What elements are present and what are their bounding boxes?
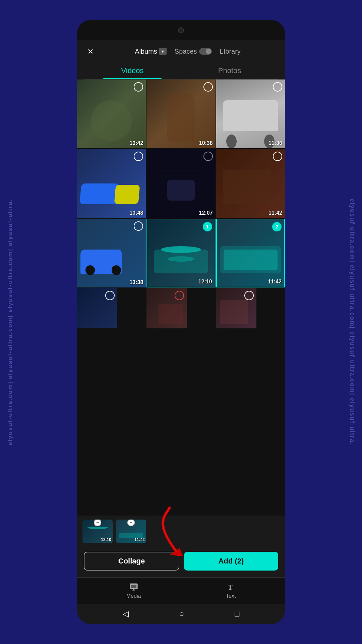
- video-item-6[interactable]: 11:42: [216, 149, 285, 218]
- select-circle-8[interactable]: 1: [203, 222, 212, 231]
- bottom-nav: Media T Text: [77, 577, 285, 604]
- selected-item-2-time: 11:42: [134, 537, 145, 542]
- video-item-4[interactable]: 10:48: [77, 149, 146, 218]
- add-button[interactable]: Add (2): [184, 552, 278, 571]
- nav-media[interactable]: Media: [126, 582, 141, 599]
- watermark-left: elyusuf-ultra.com| elyusuf-ultra.com| el…: [0, 0, 20, 644]
- camera-dot: [178, 27, 184, 33]
- video-duration-2: 10:38: [199, 140, 213, 146]
- video-duration-7: 13:38: [129, 279, 143, 285]
- selected-item-1-time: 12:10: [101, 537, 111, 542]
- video-duration-9: 11:42: [268, 279, 282, 285]
- spaces-toggle[interactable]: [199, 48, 212, 55]
- video-duration-5: 12:07: [199, 210, 213, 216]
- media-icon: [129, 582, 138, 592]
- select-circle-2[interactable]: [203, 82, 213, 92]
- nav-text[interactable]: T Text: [226, 582, 236, 599]
- nav-media-label: Media: [126, 593, 141, 599]
- header-top: × Albums ▾ Spaces LIbrary: [84, 46, 278, 57]
- tab-photos[interactable]: Photos: [181, 62, 278, 79]
- albums-tab[interactable]: Albums ▾: [135, 48, 167, 55]
- grid-area[interactable]: 10:42 10:38 11:36: [77, 79, 285, 516]
- video-duration-4: 10:48: [129, 210, 143, 216]
- collage-button[interactable]: Collage: [84, 552, 179, 571]
- svg-rect-2: [131, 585, 136, 588]
- watermark-right: elyusuf-ultra.com| elyusuf-ultra.com| el…: [342, 0, 362, 644]
- video-item-7[interactable]: 13:38: [77, 219, 146, 287]
- svg-rect-4: [133, 589, 134, 590]
- select-circle-5[interactable]: [203, 152, 213, 161]
- library-tab[interactable]: LIbrary: [220, 48, 241, 55]
- video-item-11[interactable]: [146, 288, 187, 328]
- video-duration-6: 11:42: [268, 210, 282, 216]
- recent-button[interactable]: □: [235, 609, 240, 619]
- video-item-8[interactable]: 1 12:10: [146, 219, 215, 287]
- action-bar: Collage Add (2): [77, 547, 285, 577]
- video-item-12[interactable]: [216, 288, 256, 328]
- app-container: × Albums ▾ Spaces LIbrary Videos Photos: [77, 40, 285, 624]
- selected-strip: − 12:10 − 11:42: [77, 516, 285, 547]
- phone-frame: × Albums ▾ Spaces LIbrary Videos Photos: [77, 20, 285, 624]
- video-duration-1: 10:42: [129, 140, 143, 146]
- header-tabs: Albums ▾ Spaces LIbrary: [97, 48, 278, 55]
- albums-label: Albums: [135, 48, 157, 55]
- selected-item-1[interactable]: − 12:10: [82, 520, 113, 543]
- home-button[interactable]: ○: [179, 609, 184, 619]
- video-item-9[interactable]: 2 11:42: [216, 219, 285, 287]
- video-item-10[interactable]: [77, 288, 117, 328]
- video-item-3[interactable]: 11:36: [216, 79, 285, 148]
- video-item-5[interactable]: 12:07: [146, 149, 215, 218]
- header: × Albums ▾ Spaces LIbrary Videos Photos: [77, 40, 285, 79]
- albums-dropdown-icon[interactable]: ▾: [159, 48, 167, 55]
- svg-text:T: T: [228, 583, 232, 591]
- video-item-1[interactable]: 10:42: [77, 79, 146, 148]
- select-circle-12[interactable]: [244, 291, 254, 300]
- video-duration-8: 12:10: [198, 279, 212, 285]
- close-button[interactable]: ×: [84, 46, 97, 57]
- sub-tabs: Videos Photos: [84, 62, 278, 79]
- tab-videos[interactable]: Videos: [84, 62, 181, 79]
- select-circle-10[interactable]: [105, 291, 115, 300]
- select-circle-3[interactable]: [273, 82, 282, 92]
- android-nav: ◁ ○ □: [77, 604, 285, 624]
- video-duration-3: 11:36: [268, 140, 282, 146]
- select-circle-9[interactable]: 2: [272, 222, 282, 231]
- back-button[interactable]: ◁: [123, 609, 129, 619]
- selected-item-2[interactable]: − 11:42: [116, 520, 146, 543]
- phone-top: [77, 20, 285, 40]
- spaces-tab[interactable]: Spaces: [175, 48, 212, 55]
- nav-text-label: Text: [226, 593, 236, 599]
- select-circle-7[interactable]: [134, 221, 143, 231]
- video-grid: 10:42 10:38 11:36: [77, 79, 285, 328]
- text-icon: T: [226, 582, 236, 592]
- spaces-label: Spaces: [175, 48, 197, 55]
- video-item-2[interactable]: 10:38: [146, 79, 215, 148]
